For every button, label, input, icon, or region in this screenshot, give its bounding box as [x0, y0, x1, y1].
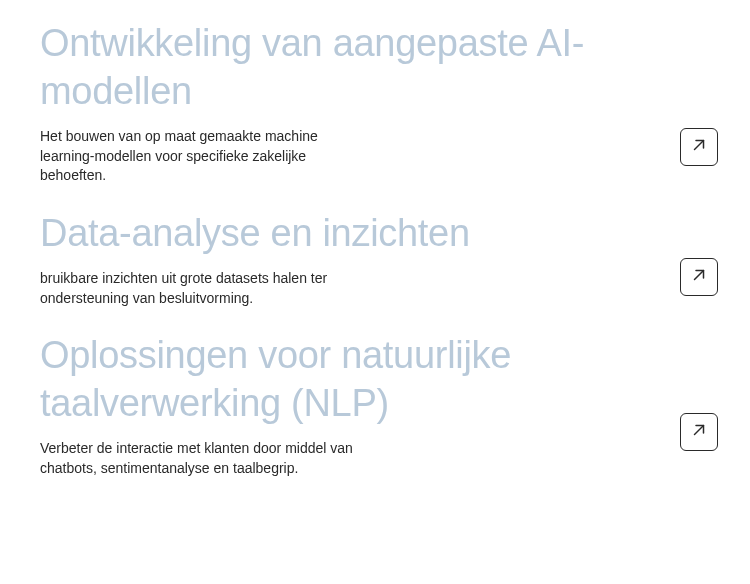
- arrow-up-right-icon: [690, 421, 708, 443]
- service-section-ai-models: Ontwikkeling van aangepaste AI-modellen …: [40, 20, 710, 186]
- section-heading: Data-analyse en inzichten: [40, 210, 710, 258]
- expand-button[interactable]: [680, 258, 718, 296]
- service-section-data-analysis: Data-analyse en inzichten bruikbare inzi…: [40, 210, 710, 309]
- section-description: Verbeter de interactie met klanten door …: [40, 439, 360, 478]
- section-heading: Ontwikkeling van aangepaste AI-modellen: [40, 20, 710, 115]
- svg-line-2: [695, 425, 704, 434]
- section-heading: Oplossingen voor natuurlijke taalverwerk…: [40, 332, 710, 427]
- expand-button[interactable]: [680, 128, 718, 166]
- arrow-up-right-icon: [690, 136, 708, 158]
- section-description: bruikbare inzichten uit grote datasets h…: [40, 269, 360, 308]
- arrow-up-right-icon: [690, 266, 708, 288]
- expand-button[interactable]: [680, 413, 718, 451]
- svg-line-0: [695, 140, 704, 149]
- section-description: Het bouwen van op maat gemaakte machine …: [40, 127, 360, 186]
- service-section-nlp: Oplossingen voor natuurlijke taalverwerk…: [40, 332, 710, 478]
- svg-line-1: [695, 271, 704, 280]
